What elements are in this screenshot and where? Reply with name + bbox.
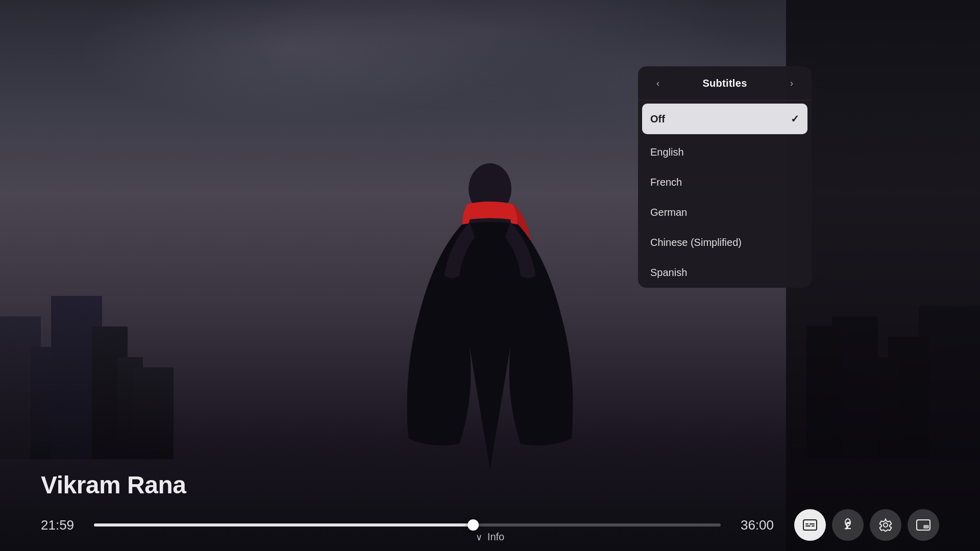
progress-filled	[94, 523, 473, 527]
svg-point-10	[884, 523, 888, 527]
subtitle-option-french-label: French	[650, 177, 682, 188]
subtitle-option-french[interactable]: French	[638, 167, 812, 197]
subtitle-option-chinese-simplified[interactable]: Chinese (Simplified)	[638, 228, 812, 258]
svg-rect-4	[810, 523, 815, 524]
info-label: Info	[487, 531, 504, 543]
settings-button[interactable]	[870, 509, 901, 541]
right-panel-dark	[786, 0, 980, 551]
subtitle-option-german-label: German	[650, 207, 687, 218]
subtitles-header: ‹ Subtitles ›	[638, 66, 812, 101]
subtitles-title: Subtitles	[702, 78, 747, 89]
subtitles-nav-right[interactable]: ›	[784, 76, 799, 91]
character-figure	[393, 153, 587, 469]
audio-icon	[842, 518, 854, 532]
time-total: 36:00	[733, 517, 774, 533]
svg-rect-5	[805, 525, 811, 527]
icon-controls	[794, 509, 939, 541]
info-bar[interactable]: ∨ Info	[468, 523, 512, 551]
movie-title: Vikram Rana	[41, 471, 939, 499]
settings-icon	[879, 518, 892, 532]
subtitle-check-icon: ✓	[791, 113, 799, 125]
subtitles-panel: ‹ Subtitles › Off ✓ English French Germa…	[638, 66, 812, 288]
subtitle-icon	[803, 519, 817, 531]
subtitles-nav-left[interactable]: ‹	[650, 76, 666, 91]
subtitle-option-off[interactable]: Off ✓	[642, 104, 807, 134]
pip-icon	[916, 519, 930, 531]
svg-rect-12	[923, 525, 929, 529]
subtitle-option-spanish-label: Spanish	[650, 267, 687, 279]
info-chevron-icon: ∨	[476, 532, 482, 543]
time-current: 21:59	[41, 517, 82, 533]
background-scene	[0, 0, 980, 551]
subtitles-list: Off ✓ English French German Chinese (Sim…	[638, 104, 812, 288]
subtitle-option-chinese-label: Chinese (Simplified)	[650, 237, 742, 248]
pip-button[interactable]	[908, 509, 939, 541]
subtitle-toggle-button[interactable]	[794, 509, 826, 541]
subtitle-option-german[interactable]: German	[638, 197, 812, 228]
subtitle-option-english-label: English	[650, 146, 684, 158]
audio-button[interactable]	[832, 509, 864, 541]
svg-rect-3	[805, 523, 808, 524]
svg-rect-11	[917, 520, 930, 530]
subtitle-option-english[interactable]: English	[638, 137, 812, 167]
progress-track[interactable]	[94, 523, 721, 527]
svg-rect-2	[803, 520, 817, 530]
subtitle-option-spanish[interactable]: Spanish	[638, 258, 812, 288]
subtitle-option-off-label: Off	[650, 113, 665, 125]
svg-rect-6	[812, 525, 815, 527]
